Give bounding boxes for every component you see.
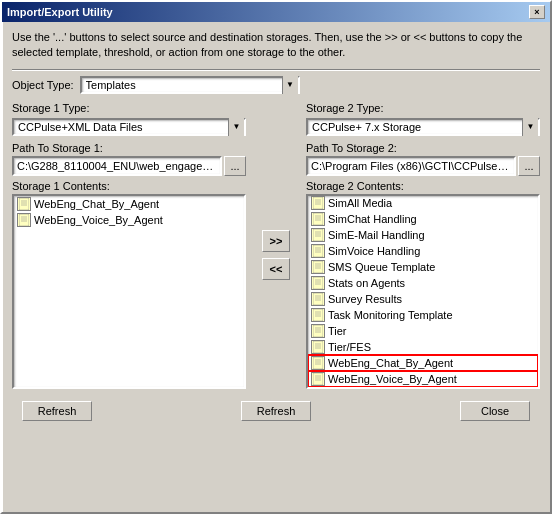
item-label: WebEng_Chat_By_Agent [34,198,159,210]
item-label: SimAll Media [328,197,392,209]
item-icon [311,260,325,274]
list-item[interactable]: WebEng_Chat_By_Agent [308,355,538,371]
object-type-label: Object Type: [12,79,74,91]
window-title: Import/Export Utility [7,6,113,18]
storage1-path-input[interactable] [12,156,222,176]
item-icon [311,340,325,354]
storage2-type-row: Storage 2 Type: [306,102,540,114]
list-item[interactable]: Tier [308,323,538,339]
item-label: SimChat Handling [328,213,417,225]
storage1-browse-button[interactable]: ... [224,156,246,176]
storage1-type-select[interactable]: CCPulse+XML Data Files [12,118,246,136]
storage2-section: Storage 2 Type: CCPulse+ 7.x Storage ▼ P… [306,102,540,389]
item-icon [311,356,325,370]
object-type-select[interactable]: Templates [80,76,300,94]
item-icon [311,228,325,242]
svg-rect-32 [313,229,323,241]
separator-1 [12,69,540,70]
item-icon [311,292,325,306]
item-icon [311,196,325,210]
item-icon [17,197,31,211]
svg-rect-24 [313,197,323,209]
item-label: WebEng_Voice_By_Agent [328,373,457,385]
storage2-type-select-wrapper: CCPulse+ 7.x Storage ▼ [306,118,540,136]
item-label: SimE-Mail Handling [328,229,425,241]
storage2-path-label: Path To Storage 2: [306,142,540,154]
close-dialog-button[interactable]: Close [460,401,530,421]
title-bar: Import/Export Utility × [2,2,550,22]
storage1-type-label: Storage 1 Type: [12,102,89,114]
list-item[interactable]: SimChat Handling [308,211,538,227]
item-icon [311,324,325,338]
two-column-layout: Storage 1 Type: CCPulse+XML Data Files ▼… [12,102,540,389]
list-item[interactable]: Task Monitoring Template [308,307,538,323]
storage2-browse-button[interactable]: ... [518,156,540,176]
list-item[interactable]: Tier/FES [308,339,538,355]
list-item[interactable]: WebEng_Voice_By_Agent [14,212,244,228]
svg-rect-60 [313,341,323,353]
storage2-type-select-row: CCPulse+ 7.x Storage ▼ [306,118,540,136]
storage2-type-label: Storage 2 Type: [306,102,383,114]
storage2-contents-label: Storage 2 Contents: [306,180,540,192]
item-label: Tier/FES [328,341,371,353]
instructions-text: Use the '...' buttons to select source a… [12,30,540,61]
copy-left-button[interactable]: << [262,258,290,280]
list-item[interactable]: SMS Queue Template [308,259,538,275]
item-label: SimVoice Handling [328,245,420,257]
item-icon [17,213,31,227]
list-item[interactable]: Survey Results [308,291,538,307]
item-icon [311,308,325,322]
list-item[interactable]: Sim_VQ Evaluation [308,194,538,195]
item-icon [311,212,325,226]
svg-rect-4 [19,214,29,226]
item-label: WebEng_Voice_By_Agent [34,214,163,226]
svg-rect-36 [313,245,323,257]
svg-rect-44 [313,277,323,289]
storage2-list[interactable]: Sim_AllmediaVQSim_KP_ AgentSim_VoiceSim_… [306,194,540,389]
title-bar-buttons: × [529,5,545,19]
storage1-type-select-row: CCPulse+XML Data Files ▼ [12,118,246,136]
transfer-buttons: >> << [256,122,296,389]
item-label: SMS Queue Template [328,261,435,273]
refresh2-button[interactable]: Refresh [241,401,311,421]
storage1-contents-label: Storage 1 Contents: [12,180,246,192]
item-label: Tier [328,325,347,337]
svg-rect-52 [313,309,323,321]
svg-rect-56 [313,325,323,337]
storage2-type-select[interactable]: CCPulse+ 7.x Storage [306,118,540,136]
storage1-list[interactable]: WebEng_Chat_By_Agent WebEng_Voice_By_Age… [12,194,246,389]
list-item[interactable]: WebEng_Chat_By_Agent [14,196,244,212]
item-label: WebEng_Chat_By_Agent [328,357,453,369]
svg-rect-64 [313,357,323,369]
list-item[interactable]: SimVoice Handling [308,243,538,259]
close-button[interactable]: × [529,5,545,19]
item-icon [311,244,325,258]
object-type-row: Object Type: Templates ▼ [12,76,540,94]
svg-rect-28 [313,213,323,225]
storage1-section: Storage 1 Type: CCPulse+XML Data Files ▼… [12,102,246,389]
storage2-path-row: ... [306,156,540,176]
storage1-path-row: ... [12,156,246,176]
list-item[interactable]: SimAll Media [308,195,538,211]
list-item[interactable]: SimE-Mail Handling [308,227,538,243]
object-type-select-wrapper: Templates ▼ [80,76,300,94]
storage1-path-label: Path To Storage 1: [12,142,246,154]
list-item[interactable]: WebEng_Voice_By_Agent [308,371,538,387]
item-icon [311,276,325,290]
bottom-bar: Refresh Refresh Close [12,393,540,431]
refresh1-button[interactable]: Refresh [22,401,92,421]
copy-right-button[interactable]: >> [262,230,290,252]
svg-rect-0 [19,198,29,210]
item-icon [311,372,325,386]
svg-rect-48 [313,293,323,305]
svg-rect-68 [313,373,323,385]
main-window: Import/Export Utility × Use the '...' bu… [0,0,552,514]
storage1-type-select-wrapper: CCPulse+XML Data Files ▼ [12,118,246,136]
storage1-type-row: Storage 1 Type: [12,102,246,114]
item-label: Survey Results [328,293,402,305]
item-label: Stats on Agents [328,277,405,289]
svg-rect-40 [313,261,323,273]
list-item[interactable]: Stats on Agents [308,275,538,291]
storage2-path-input[interactable] [306,156,516,176]
item-label: Task Monitoring Template [328,309,453,321]
